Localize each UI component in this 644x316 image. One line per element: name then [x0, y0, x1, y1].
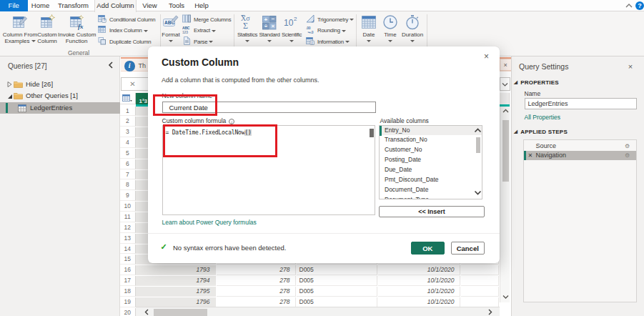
grid-cell[interactable]: 278 — [217, 297, 296, 307]
row-number[interactable]: 2 — [120, 117, 136, 127]
chevron-expanded-icon[interactable] — [7, 90, 13, 99]
information-button[interactable]: i Information — [306, 36, 356, 47]
help-icon[interactable]: ? — [635, 1, 644, 10]
properties-section-header[interactable]: ◢PROPERTIES — [514, 79, 559, 86]
grid-cell[interactable]: 1795 — [136, 287, 216, 297]
list-scroll-down-icon[interactable] — [473, 188, 482, 197]
grid-cell[interactable] — [461, 265, 500, 275]
horizontal-scrollbar[interactable] — [136, 307, 500, 316]
gear-icon[interactable]: ⚙ — [625, 142, 630, 151]
chevron-right-icon[interactable] — [7, 79, 12, 88]
query-name-input[interactable]: LedgerEntries — [525, 98, 637, 109]
grid-cell[interactable]: 1793 — [136, 265, 216, 275]
delete-step-icon[interactable]: ✕ — [528, 151, 533, 160]
conditional-column-button[interactable]: ? Conditional Column — [98, 14, 159, 25]
available-column-item[interactable]: Customer_No — [380, 145, 482, 155]
tab-tools[interactable]: Tools — [164, 0, 189, 11]
tab-view[interactable]: View — [138, 0, 162, 11]
formula-scrollbar-thumb[interactable] — [370, 129, 375, 137]
formula-bar-expand-icon[interactable] — [500, 77, 510, 91]
ok-button[interactable]: OK — [411, 242, 445, 255]
row-number[interactable]: 1 — [120, 107, 136, 117]
grid-cell[interactable]: 10/1/2020 — [378, 297, 460, 307]
tab-home[interactable]: Home — [28, 0, 54, 11]
row-number[interactable]: 3 — [120, 127, 136, 137]
column-from-examples-button[interactable]: Column FromExamples — [1, 14, 39, 44]
available-column-item[interactable]: Pmt_Discount_Date — [380, 175, 482, 185]
standard-button[interactable]: + − ÷ × Standard — [257, 14, 282, 44]
scroll-left-icon[interactable] — [142, 307, 151, 316]
vertical-scrollbar-thumb[interactable] — [502, 120, 509, 182]
row-number[interactable]: 17 — [120, 276, 136, 286]
row-number[interactable]: 5 — [120, 149, 136, 159]
trigonometry-button[interactable]: Trigonometry — [306, 14, 356, 25]
custom-column-button[interactable]: CustomColumn — [36, 14, 59, 44]
available-column-item[interactable]: Due_Date — [380, 165, 482, 175]
grid-cell[interactable]: D005 — [297, 265, 377, 275]
grid-cell[interactable]: D005 — [297, 287, 377, 297]
scientific-button[interactable]: 10 2 Scientific — [279, 14, 304, 44]
tab-add-column[interactable]: Add Column — [94, 0, 137, 12]
available-column-item[interactable]: Posting_Date — [380, 155, 482, 165]
available-column-item[interactable]: Entry_No — [380, 126, 482, 136]
step-source[interactable]: Source ⚙ — [524, 142, 636, 151]
grid-cell[interactable]: 10/1/2020 — [378, 276, 460, 286]
grid-corner-cell[interactable] — [120, 93, 136, 104]
grid-cell[interactable] — [461, 276, 500, 286]
tab-file[interactable]: File — [0, 0, 28, 11]
duration-button[interactable]: Duration — [398, 14, 427, 44]
grid-cell[interactable]: D005 — [297, 276, 377, 286]
grid-cell[interactable]: 278 — [217, 265, 296, 275]
step-navigation[interactable]: ✕ Navigation ⚙ — [524, 151, 636, 160]
grid-cell[interactable]: D005 — [297, 297, 377, 307]
collapse-queries-pane-icon[interactable] — [106, 60, 116, 70]
applied-steps-section-header[interactable]: ◢APPLIED STEPS — [514, 129, 568, 135]
scroll-right-icon[interactable] — [486, 307, 495, 316]
dialog-close-icon[interactable]: × — [481, 51, 492, 62]
grid-cell[interactable]: 278 — [217, 287, 296, 297]
cancel-button[interactable]: Cancel — [451, 242, 485, 255]
collapse-ribbon-icon[interactable] — [624, 2, 634, 9]
discard-formula-icon[interactable]: ✕ — [129, 79, 137, 89]
rounding-button[interactable]: .00↪.0 Rounding — [306, 25, 356, 36]
format-button[interactable]: ABC Format — [162, 14, 180, 44]
scroll-down-icon[interactable] — [500, 293, 510, 302]
extract-button[interactable]: ABC123 Extract — [182, 25, 234, 36]
row-number[interactable]: 11 — [120, 212, 136, 222]
row-number[interactable]: 9 — [120, 191, 136, 201]
list-scrollbar-thumb[interactable] — [476, 137, 480, 153]
date-button[interactable]: Date — [358, 14, 380, 44]
vertical-scrollbar[interactable] — [500, 107, 510, 303]
list-scroll-up-icon[interactable] — [473, 126, 482, 135]
gear-icon[interactable]: ⚙ — [625, 151, 630, 160]
duplicate-column-button[interactable]: Duplicate Column — [98, 36, 159, 47]
horizontal-scrollbar-thumb[interactable] — [154, 309, 207, 316]
tab-help[interactable]: Help — [189, 0, 214, 11]
index-column-button[interactable]: Index Column — [98, 25, 159, 36]
grid-cell[interactable]: 10/1/2020 — [378, 287, 460, 297]
parse-button[interactable]: Parse — [182, 36, 234, 47]
row-number[interactable]: 18 — [120, 287, 136, 297]
row-number[interactable]: 16 — [120, 265, 136, 275]
insert-button[interactable]: << Insert — [379, 206, 485, 218]
query-settings-close-icon[interactable]: × — [625, 61, 635, 71]
all-properties-link[interactable]: All Properties — [525, 114, 561, 121]
row-number[interactable]: 10 — [120, 202, 136, 212]
row-number[interactable]: 14 — [120, 245, 136, 255]
grid-cell[interactable]: 1796 — [136, 297, 216, 307]
row-number[interactable]: 4 — [120, 138, 136, 148]
info-bar-close-button[interactable]: × — [500, 59, 512, 71]
query-folder-other-queries[interactable]: Other Queries [1] — [0, 90, 120, 102]
row-number[interactable]: 20 — [120, 308, 136, 316]
learn-formulas-link[interactable]: Learn about Power Query formulas — [162, 219, 257, 226]
grid-cell[interactable]: 278 — [217, 276, 296, 286]
row-number[interactable]: 8 — [120, 180, 136, 190]
merge-columns-button[interactable]: Merge Columns — [182, 14, 234, 25]
row-number[interactable]: 15 — [120, 255, 136, 265]
available-column-item[interactable]: Document_Type — [380, 195, 482, 199]
available-column-item[interactable]: Document_Date — [380, 185, 482, 195]
row-number[interactable]: 13 — [120, 234, 136, 244]
grid-cell[interactable] — [461, 287, 500, 297]
grid-cell[interactable]: 10/1/2020 — [378, 265, 460, 275]
query-folder-hide[interactable]: Hide [26] — [0, 79, 120, 91]
